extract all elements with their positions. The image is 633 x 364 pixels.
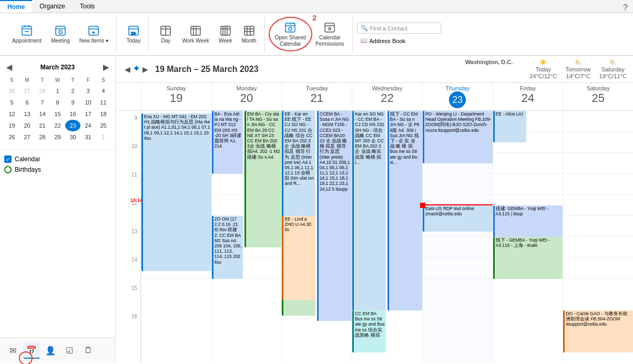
mini-cal-day[interactable]: 19	[4, 120, 19, 131]
dow-t1: T	[35, 75, 50, 85]
nav-calendar-button[interactable]: 📅 1	[23, 342, 40, 359]
event-text: BA - Eva Adr ia na Wa ng - PJ MT 012 EM …	[215, 111, 242, 149]
event-wed-2[interactable]: 线下 - CC EM BA - Su sa n JIA NG - 企 P6 8面…	[387, 111, 422, 310]
mini-cal-day[interactable]: 12	[4, 108, 19, 120]
address-book-button[interactable]: 📖 Address Book	[357, 36, 441, 46]
mini-cal-day[interactable]: 26	[4, 85, 19, 97]
day-header-21: Tuesday 21	[281, 83, 352, 110]
mini-cal-day[interactable]: 28	[35, 131, 50, 143]
mini-cal-day[interactable]: 27	[19, 85, 35, 97]
event-fri-1[interactable]: EE - Alice LIU	[493, 111, 527, 142]
nav-tasks-button[interactable]: ☑	[61, 342, 78, 359]
mini-cal-day[interactable]: 9	[65, 97, 80, 108]
cal-date-range: 19 March – 25 March 2023	[155, 65, 259, 74]
mini-cal-day[interactable]: 26	[4, 131, 19, 143]
event-tue-2[interactable]: CCEM BA - Susa n JIA NG - MGM T155 -CCE2…	[317, 111, 352, 321]
mini-cal-day[interactable]: 1	[96, 131, 111, 143]
mini-cal-day[interactable]: 14	[35, 108, 50, 120]
nav-mail-button[interactable]: ✉	[4, 342, 21, 359]
mini-cal-day[interactable]: 20	[19, 120, 35, 131]
month-view-button[interactable]: Month	[238, 22, 260, 47]
hour-line	[423, 237, 493, 258]
event-sun-1[interactable]: Eva XU - MG MT 041 - EM 20S H1 战略模拟与行为反思…	[141, 113, 211, 271]
meeting-button[interactable]: Meeting	[47, 22, 74, 47]
mini-cal-day[interactable]: 6	[19, 97, 35, 108]
calendar-item-birthdays[interactable]: Birthdays	[4, 164, 111, 175]
mini-cal-day[interactable]: 25	[96, 120, 111, 131]
cal-weather: Washington, D.C. ☀️ Today 24°C/12°C ⛅ To…	[465, 59, 627, 79]
weather-tomorrow-temp: 14°C/7°C	[566, 73, 590, 79]
mini-cal-day[interactable]: 15	[50, 108, 65, 120]
tab-tools[interactable]: Tools	[73, 0, 102, 13]
prev-month-button[interactable]: ◀	[4, 62, 14, 72]
event-mon-3[interactable]: ZO OM (17 2.2 0.16 .21 8) itsu 搭建 2: CC …	[212, 216, 243, 279]
day-num-24: 24	[494, 91, 562, 105]
event-text: ZO OM (17 2.2 0.16 .21 8) itsu 搭建 2: CC …	[215, 216, 242, 265]
week-view-button[interactable]: Week	[215, 22, 236, 47]
mini-cal-day[interactable]: 29	[50, 131, 65, 143]
event-mon-1[interactable]: BA - Eva Adr ia na Wa ng - PJ MT 012 EM …	[212, 111, 243, 174]
event-sat-1[interactable]: DO - Carrie GAO - 与教务长欧洲助理会谈 FB.504-ZOOM…	[563, 310, 633, 352]
work-week-button[interactable]: Work Week	[178, 22, 212, 47]
mini-cal-day[interactable]: 16	[65, 108, 80, 120]
mini-cal-day[interactable]: 3	[80, 85, 96, 97]
hour-line	[563, 258, 633, 279]
tab-organize[interactable]: Organize	[32, 0, 73, 13]
mini-cal-day[interactable]: 30	[65, 131, 80, 143]
event-thu-rdp[interactable]: East-US RDP test online zmack@ceibs.edu	[423, 205, 493, 232]
mini-cal-day[interactable]: 22	[50, 120, 65, 131]
mini-cal-day[interactable]: 4	[96, 85, 111, 97]
cal-day-headers: Sunday 19 Monday 20 Tuesday 21 Wednesday…	[116, 83, 633, 111]
event-wed-3[interactable]: CC EM BA Bus ine ss Str ate gy and Bus i…	[352, 310, 386, 352]
mini-cal-day[interactable]: 21	[35, 120, 50, 131]
find-contact-input[interactable]: 🔍 Find a Contact	[357, 23, 441, 34]
cal-home-button[interactable]: ◆	[134, 64, 139, 75]
help-button[interactable]: ?	[623, 3, 628, 13]
new-items-button[interactable]: New Items ▾	[76, 22, 112, 47]
day-num-25: 25	[564, 91, 632, 105]
next-month-button[interactable]: ▶	[101, 62, 111, 72]
tab-home[interactable]: Home	[0, 0, 32, 13]
mini-cal-day[interactable]: 8	[50, 97, 65, 108]
mini-cal-day[interactable]: 28	[35, 85, 50, 97]
event-fri-3[interactable]: 线下 - GEMBA - Yuqi WEI - A3.115 - 上海 - it…	[493, 237, 563, 279]
svg-rect-0	[22, 26, 32, 35]
event-wed-1[interactable]: Kar en SO NG - CC EM BA - CJ CD HS 231 S…	[352, 111, 386, 310]
nav-people-button[interactable]: 👤	[42, 342, 59, 359]
mini-cal-day[interactable]: 31	[80, 131, 96, 143]
mini-cal-header: ◀ March 2023 ▶	[4, 60, 111, 75]
today-button[interactable]: 23 Today	[123, 22, 145, 47]
mini-cal-day[interactable]: 23	[65, 120, 80, 131]
dow-t2: T	[65, 75, 80, 85]
cal-prev-button[interactable]: ◀	[122, 64, 133, 75]
event-fri-2[interactable]: 搭建: GEMBA - Yuqi WEI - A3.115 | itsup	[493, 205, 563, 237]
mini-cal-title: March 2023	[40, 64, 75, 71]
month-label: Month	[242, 38, 257, 44]
cal-next-button[interactable]: ▶	[140, 64, 151, 75]
event-mon-2[interactable]: EM BA - Cry sta l TA NG - Su sa n JIA NG…	[244, 111, 281, 247]
open-shared-calendar-button[interactable]: 2 Open SharedCalendar	[271, 18, 310, 50]
event-thu-po[interactable]: PO - Wenjing LI - Department Head Operat…	[423, 111, 493, 163]
mini-cal-day[interactable]: 1	[50, 85, 65, 97]
calendar-item-calendar[interactable]: ✓ Calendar	[4, 154, 111, 164]
mini-cal-day[interactable]: 13	[19, 108, 35, 120]
mini-cal-day[interactable]: 24	[80, 120, 96, 131]
mini-cal-day[interactable]: 11	[96, 97, 111, 108]
mini-cal-day[interactable]: 17	[80, 108, 96, 120]
hour-line	[493, 174, 563, 195]
day-name-sat: Saturday	[587, 85, 610, 91]
mini-cal-day[interactable]: 5	[4, 97, 19, 108]
event-text: East-US RDP test online zmack@ceibs.edu	[425, 206, 492, 216]
appointment-button[interactable]: Appointment	[8, 22, 45, 47]
mini-cal-day[interactable]: 2	[65, 85, 80, 97]
mini-cal-day[interactable]: 7	[35, 97, 50, 108]
day-view-button[interactable]: Day	[155, 22, 176, 47]
mini-cal-day[interactable]: 27	[19, 131, 35, 143]
event-tue-4[interactable]: EE - Lind a ZHO U A4.30 its	[282, 216, 315, 300]
weather-today: ☀️ Today 24°C/12°C	[529, 59, 557, 79]
day-col-22: Kar en SO NG - CC EM BA - CJ CD HS 231 S…	[352, 111, 422, 363]
calendar-permissions-button[interactable]: CalendarPermissions	[312, 18, 348, 50]
nav-notes-button[interactable]: 🗒	[80, 342, 97, 359]
mini-cal-day[interactable]: 10	[80, 97, 96, 108]
mini-cal-day[interactable]: 18	[96, 108, 111, 120]
